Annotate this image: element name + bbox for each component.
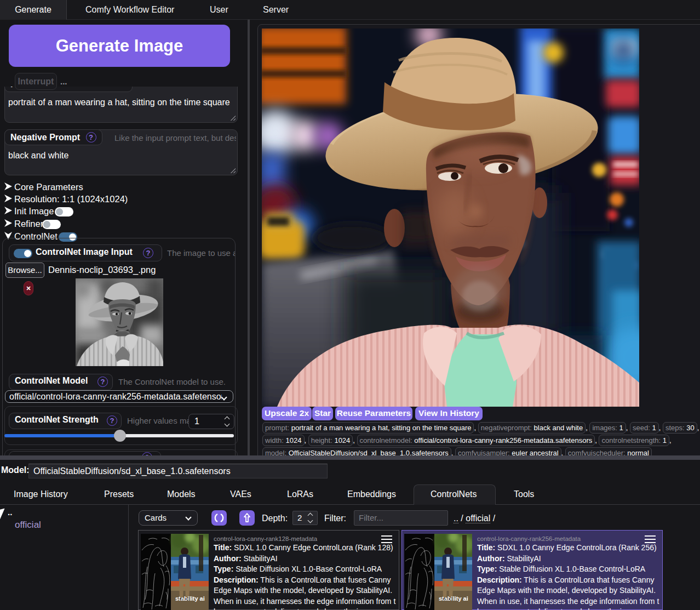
svg-text:stability ai: stability ai <box>439 595 468 602</box>
svg-text:stability ai: stability ai <box>175 595 205 602</box>
